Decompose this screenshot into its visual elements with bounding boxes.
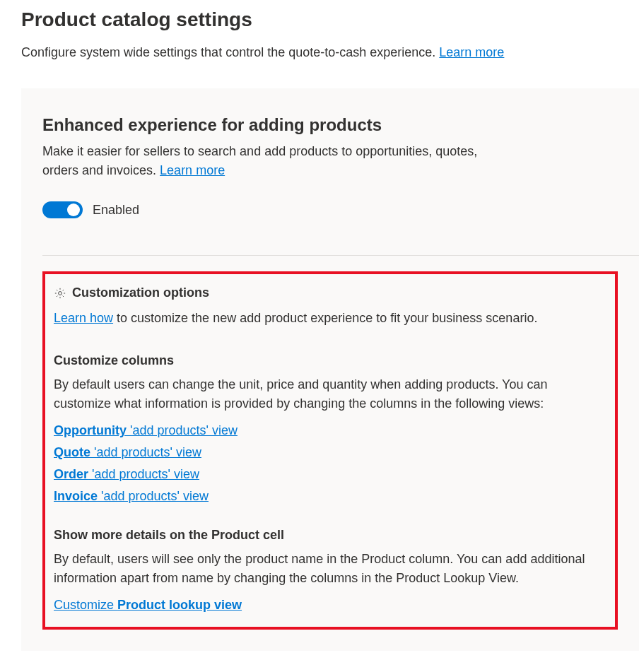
product-cell-heading: Show more details on the Product cell	[54, 528, 606, 543]
view-link-bold: Invoice	[54, 489, 98, 503]
list-item: Quote 'add products' view	[54, 445, 606, 460]
list-item: Opportunity 'add products' view	[54, 423, 606, 438]
page-title: Product catalog settings	[21, 8, 618, 31]
customize-product-lookup-view-link[interactable]: Customize Product lookup view	[54, 598, 242, 612]
views-link-list: Opportunity 'add products' view Quote 'a…	[54, 423, 606, 504]
customize-link-bold: Product lookup view	[117, 598, 242, 612]
divider	[42, 255, 639, 256]
customization-intro: Learn how to customize the new add produ…	[54, 309, 606, 328]
customize-link-prefix: Customize	[54, 598, 117, 612]
learn-more-link-top[interactable]: Learn more	[439, 45, 504, 59]
enhanced-experience-title: Enhanced experience for adding products	[42, 115, 618, 135]
customization-options-title: Customization options	[72, 285, 209, 300]
gear-icon	[54, 287, 66, 300]
view-link-bold: Opportunity	[54, 423, 127, 437]
learn-how-link[interactable]: Learn how	[54, 311, 113, 325]
enhanced-experience-desc: Make it easier for sellers to search and…	[42, 142, 502, 180]
toggle-knob	[67, 204, 80, 216]
customize-columns-desc: By default users can change the unit, pr…	[54, 375, 606, 413]
svg-point-0	[59, 291, 62, 295]
view-link-bold: Order	[54, 467, 88, 481]
subtitle-text: Configure system wide settings that cont…	[21, 45, 439, 59]
enhanced-desc-text: Make it easier for sellers to search and…	[42, 144, 477, 177]
list-item: Invoice 'add products' view	[54, 489, 606, 504]
quote-add-products-view-link[interactable]: Quote 'add products' view	[54, 445, 201, 459]
view-link-rest: 'add products' view	[98, 489, 209, 503]
view-link-rest: 'add products' view	[88, 467, 199, 481]
order-add-products-view-link[interactable]: Order 'add products' view	[54, 467, 199, 481]
enabled-toggle[interactable]	[42, 201, 83, 218]
invoice-add-products-view-link[interactable]: Invoice 'add products' view	[54, 489, 209, 503]
view-link-rest: 'add products' view	[127, 423, 238, 437]
customization-options-highlight: Customization options Learn how to custo…	[42, 271, 618, 630]
page-subtitle: Configure system wide settings that cont…	[21, 45, 618, 60]
list-item: Order 'add products' view	[54, 467, 606, 482]
opportunity-add-products-view-link[interactable]: Opportunity 'add products' view	[54, 423, 238, 437]
view-link-rest: 'add products' view	[90, 445, 201, 459]
customize-columns-heading: Customize columns	[54, 353, 606, 368]
learn-more-link-enhanced[interactable]: Learn more	[160, 163, 225, 177]
customization-intro-text: to customize the new add product experie…	[113, 311, 537, 325]
product-cell-desc: By default, users will see only the prod…	[54, 550, 606, 588]
view-link-bold: Quote	[54, 445, 90, 459]
toggle-label: Enabled	[93, 203, 139, 218]
